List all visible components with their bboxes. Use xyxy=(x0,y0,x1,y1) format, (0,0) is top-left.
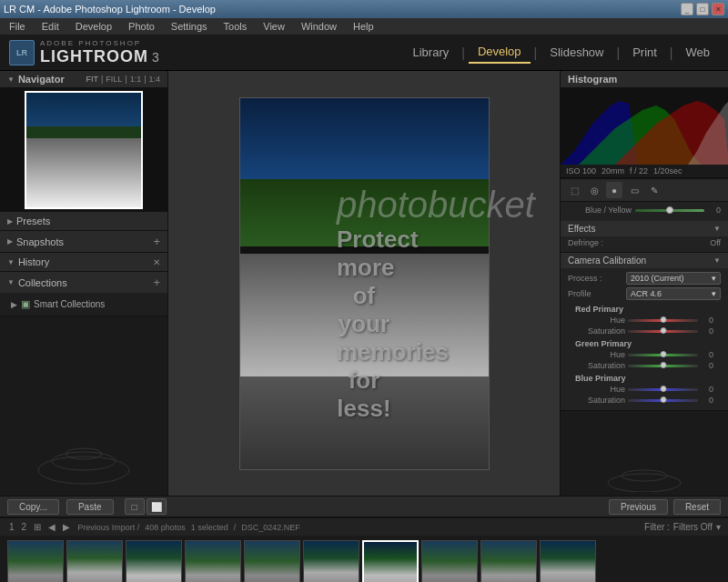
filmstrip-page-2[interactable]: 2 xyxy=(20,522,29,532)
tab-web[interactable]: Web xyxy=(677,42,720,63)
view-mode-buttons: □ ⬜ xyxy=(125,498,167,515)
presets-header[interactable]: ▶ Presets xyxy=(0,212,167,230)
view-compare-button[interactable]: ⬜ xyxy=(147,498,167,515)
nav-fit-1-4[interactable]: 1:4 xyxy=(148,75,160,84)
lr-logo-icon: LR xyxy=(9,40,35,65)
nav-fit-fit[interactable]: FIT xyxy=(86,75,98,84)
filmstrip-selected-count: 1 selected xyxy=(191,523,228,532)
navigator-header[interactable]: ▼ Navigator FIT | FILL | 1:1 | 1:4 xyxy=(0,71,167,88)
defringe-value: Off xyxy=(710,238,721,247)
menu-edit[interactable]: Edit xyxy=(38,20,63,33)
effects-header[interactable]: Effects ▼ xyxy=(561,221,728,236)
snapshots-header[interactable]: ▶ Snapshots + xyxy=(0,231,167,252)
filmstrip-import-label: Previous Import / xyxy=(77,523,139,532)
brush-tool-button[interactable]: ✎ xyxy=(646,182,662,198)
menu-window[interactable]: Window xyxy=(298,20,340,33)
blue-hue-track[interactable] xyxy=(628,388,698,391)
menu-tools[interactable]: Tools xyxy=(220,20,251,33)
history-clear-button[interactable]: ✕ xyxy=(153,257,160,267)
maximize-button[interactable]: □ xyxy=(696,3,709,15)
menu-photo[interactable]: Photo xyxy=(125,20,158,33)
crop-tool-button[interactable]: ⬚ xyxy=(566,182,582,198)
collections-title: Collections xyxy=(18,277,67,288)
tab-slideshow[interactable]: Slideshow xyxy=(541,42,612,63)
filmstrip-next-button[interactable]: ▶ xyxy=(61,522,72,532)
blue-sat-track[interactable] xyxy=(628,399,698,402)
logo-text: ADOBE PHOTOSHOP LIGHTROOM 3 xyxy=(40,39,159,66)
effects-title: Effects xyxy=(568,224,595,234)
blue-yellow-thumb[interactable] xyxy=(666,206,673,214)
previous-button[interactable]: Previous xyxy=(609,499,668,515)
red-eye-tool-button[interactable]: ● xyxy=(606,182,622,198)
red-sat-track[interactable] xyxy=(628,330,698,333)
navigator-image[interactable] xyxy=(25,91,143,209)
film-thumb-8[interactable] xyxy=(421,540,478,582)
tab-print[interactable]: Print xyxy=(623,42,666,63)
green-hue-thumb[interactable] xyxy=(660,351,666,357)
green-sat-label: Saturation xyxy=(575,361,625,370)
red-hue-track[interactable] xyxy=(628,319,698,322)
film-thumb-6[interactable] xyxy=(303,540,359,582)
collections-add-button[interactable]: + xyxy=(153,276,160,289)
filmstrip-page-1[interactable]: 1 xyxy=(7,522,16,532)
filmstrip-grid-button[interactable]: ⊞ xyxy=(32,522,43,532)
copy-button[interactable]: Copy... xyxy=(7,499,59,515)
film-thumb-4[interactable] xyxy=(185,540,241,582)
snapshots-add-button[interactable]: + xyxy=(153,235,160,248)
view-single-button[interactable]: □ xyxy=(125,498,145,515)
film-thumb-9[interactable] xyxy=(480,540,537,582)
nav-fit-1-1[interactable]: 1:1 xyxy=(130,75,142,84)
blue-sat-thumb[interactable] xyxy=(660,396,666,403)
main-image[interactable] xyxy=(239,97,490,470)
menu-file[interactable]: File xyxy=(5,20,29,33)
collection-label: Smart Collections xyxy=(34,299,105,309)
right-panel-bottom xyxy=(561,411,728,496)
gradient-tool-button[interactable]: ▭ xyxy=(626,182,642,198)
list-item[interactable]: ▶ ▣ Smart Collections xyxy=(0,296,167,312)
film-thumb-7[interactable] xyxy=(362,540,419,582)
toolbar-right-buttons: Previous Reset xyxy=(609,499,721,515)
heal-tool-button[interactable]: ◎ xyxy=(586,182,602,198)
reset-button[interactable]: Reset xyxy=(673,499,721,515)
menu-settings[interactable]: Settings xyxy=(167,20,211,33)
collections-header[interactable]: ▼ Collections + xyxy=(0,272,167,293)
tab-library[interactable]: Library xyxy=(403,42,458,63)
menu-view[interactable]: View xyxy=(259,20,288,33)
module-sep-1: | xyxy=(460,45,467,60)
blue-primary-group: Blue Primary xyxy=(568,372,721,385)
close-button[interactable]: ✕ xyxy=(712,3,724,15)
green-sat-track[interactable] xyxy=(628,365,698,367)
menu-help[interactable]: Help xyxy=(349,20,378,33)
film-thumb-5[interactable] xyxy=(244,540,300,582)
green-hue-track[interactable] xyxy=(628,354,698,356)
minimize-button[interactable]: _ xyxy=(681,3,693,15)
tab-develop[interactable]: Develop xyxy=(469,41,531,64)
filmstrip xyxy=(0,536,728,582)
menu-develop[interactable]: Develop xyxy=(72,20,116,33)
filmstrip-filter: Filter : Filters Off ▾ xyxy=(644,522,721,532)
left-panel: ▼ Navigator FIT | FILL | 1:1 | 1:4 xyxy=(0,71,168,496)
film-thumb-2[interactable] xyxy=(66,540,123,582)
module-sep-2: | xyxy=(532,45,540,60)
blue-yellow-track[interactable] xyxy=(635,209,704,212)
history-header[interactable]: ▼ History ✕ xyxy=(0,253,167,271)
snapshots-section: ▶ Snapshots + xyxy=(0,231,167,253)
profile-row: Profile ACR 4.6 ▾ xyxy=(568,287,721,300)
decorative-swirl xyxy=(29,434,138,488)
green-sat-thumb[interactable] xyxy=(660,362,666,368)
svg-point-4 xyxy=(622,470,667,481)
red-hue-thumb[interactable] xyxy=(660,316,666,323)
red-sat-thumb[interactable] xyxy=(660,327,666,334)
histogram-header[interactable]: Histogram xyxy=(561,71,728,87)
process-dropdown[interactable]: 2010 (Current) ▾ xyxy=(626,272,721,285)
film-thumb-3[interactable] xyxy=(126,540,182,582)
nav-fit-fill[interactable]: FILL xyxy=(106,75,122,84)
calibration-header[interactable]: Camera Calibration ▼ xyxy=(561,253,728,268)
filmstrip-prev-button[interactable]: ◀ xyxy=(46,522,57,532)
paste-button[interactable]: Paste xyxy=(66,499,114,515)
profile-dropdown[interactable]: ACR 4.6 ▾ xyxy=(626,287,721,300)
film-thumb-10[interactable] xyxy=(540,540,596,582)
history-section: ▼ History ✕ xyxy=(0,253,167,272)
blue-hue-thumb[interactable] xyxy=(660,386,666,392)
film-thumb-1[interactable] xyxy=(7,540,64,582)
